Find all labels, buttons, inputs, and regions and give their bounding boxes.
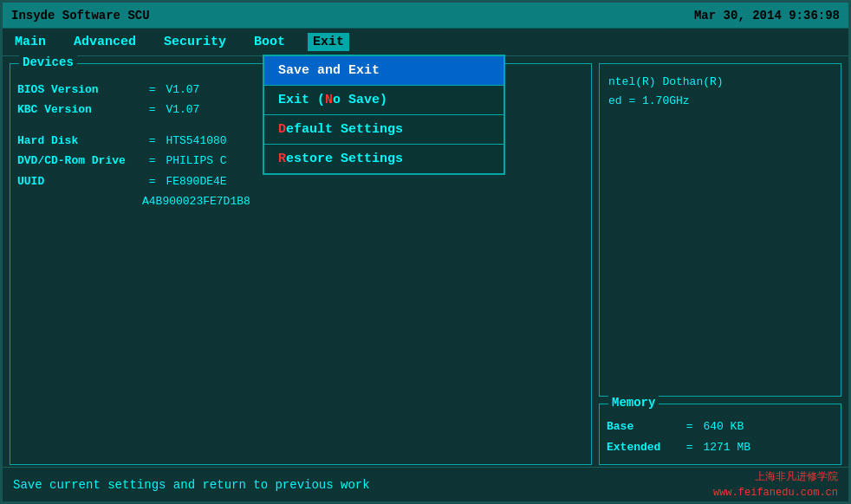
red-r: R [278,152,286,166]
watermark-line2: www.feifanedu.com.cn [713,485,838,501]
exit-no-save-item[interactable]: Exit (No Save) [264,86,503,114]
devices-panel-title: Devices [19,55,77,69]
uuid-value2: A4B900023FE7D1B8 [142,191,584,211]
cpu-info-panel: ntel(R) Dothan(R) ed = 1.70GHz [599,63,841,397]
memory-info: Base = 640 KB Extended = 1271 MB [607,417,834,457]
extended-memory-label: Extended [607,437,676,457]
right-panel: ntel(R) Dothan(R) ed = 1.70GHz Memory Ba… [599,63,841,465]
hard-disk-value: HTS541080 [166,131,226,151]
bios-version-label: BIOS Version [17,80,139,100]
menu-item-security[interactable]: Security [159,33,231,51]
status-bar: Save current settings and return to prev… [3,467,848,501]
cpu-speed: ed = 1.70GHz [608,94,690,107]
datetime: Mar 30, 2014 9:36:98 [694,9,840,23]
kbc-version-value: V1.07 [166,100,199,120]
base-memory-label: Base [607,417,676,436]
extended-memory-value: 1271 MB [703,437,750,457]
base-memory-value: 640 KB [703,417,744,436]
restore-settings-item[interactable]: Restore Settings [264,145,503,173]
bios-version-value: V1.07 [166,80,199,100]
status-text: Save current settings and return to prev… [13,478,370,492]
menu-bar: Main Advanced Security Boot Exit [3,29,848,56]
memory-panel-title: Memory [608,396,659,410]
uuid-value1: FE890DE4E [166,171,226,191]
default-settings-item[interactable]: Default Settings [264,115,503,144]
save-and-exit-item[interactable]: Save and Exit [264,56,503,85]
red-d: D [278,122,286,137]
kbc-version-label: KBC Version [17,100,139,120]
bios-screen: Insyde Software SCU Mar 30, 2014 9:36:98… [0,0,851,504]
dvd-value: PHILIPS C [166,151,226,171]
bios-title: Insyde Software SCU [11,9,150,23]
hard-disk-label: Hard Disk [17,131,139,151]
dvd-label: DVD/CD-Rom Drive [17,151,139,171]
menu-item-boot[interactable]: Boot [249,33,290,51]
watermark: 上海非凡进修学院 www.feifanedu.com.cn [713,469,838,501]
memory-panel: Memory Base = 640 KB Extended = 1271 MB [599,404,841,465]
base-memory-row: Base = 640 KB [607,417,834,436]
menu-item-main[interactable]: Main [10,33,51,51]
red-n: N [325,93,333,107]
extended-memory-row: Extended = 1271 MB [607,437,834,457]
watermark-line1: 上海非凡进修学院 [713,469,838,485]
cpu-text: ntel(R) Dothan(R) ed = 1.70GHz [608,73,832,111]
top-bar: Insyde Software SCU Mar 30, 2014 9:36:98 [3,3,848,29]
menu-item-exit[interactable]: Exit [308,33,349,51]
uuid-label: UUID [17,171,139,191]
exit-dropdown-menu: Save and Exit Exit (No Save) Default Set… [263,55,505,175]
cpu-name: ntel(R) Dothan(R) [608,75,724,88]
menu-item-advanced[interactable]: Advanced [68,33,141,51]
